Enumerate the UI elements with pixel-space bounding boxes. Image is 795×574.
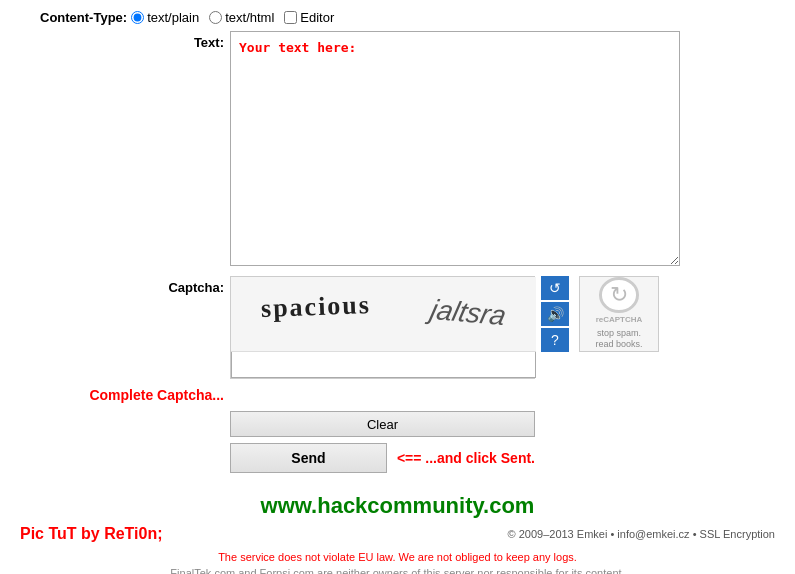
clear-button[interactable]: Clear [230,411,535,437]
complete-captcha-text: Complete Captcha... [40,387,230,403]
send-button[interactable]: Send [230,443,387,473]
help-icon: ? [551,332,559,348]
footer-section: www.hackcommunity.com [0,493,795,519]
captcha-word2: jaltsra [428,294,510,332]
editor-label: Editor [300,10,334,25]
radio-text-plain-label: text/plain [147,10,199,25]
recaptcha-logo: ↻ [599,277,639,313]
refresh-icon: ↺ [549,280,561,296]
captcha-row: Captcha: spacious jaltsra ↺ 🔊 ? [0,276,795,379]
copyright: © 2009–2013 Emkei • info@emkei.cz • SSL … [508,528,775,540]
main-container: Content-Type: text/plain text/html Edito… [0,0,795,574]
hack-url: www.hackcommunity.com [20,493,775,519]
pic-tut: Pic TuT by ReTi0n; [20,525,163,543]
captcha-audio-btn[interactable]: 🔊 [541,302,569,326]
captcha-refresh-btn[interactable]: ↺ [541,276,569,300]
recaptcha-arrow-icon: ↻ [610,282,628,308]
send-hint: <== ...and click Sent. [397,450,535,466]
captcha-input[interactable] [231,352,536,378]
text-input[interactable]: Your text here: [230,31,680,266]
recaptcha-badge: ↻ reCAPTCHA stop spam. read books. [579,276,659,352]
disclaimer-line2: FinalTek.com and Forpsi.com are neither … [0,567,795,574]
radio-text-plain-input[interactable] [131,11,144,24]
editor-checkbox-item[interactable]: Editor [284,10,334,25]
captcha-word1: spacious [261,290,372,324]
captcha-image: spacious jaltsra [231,277,536,352]
radio-text-html-label: text/html [225,10,274,25]
disclaimer-line1: The service does not violate EU law. We … [0,551,795,563]
captcha-content: spacious jaltsra ↺ 🔊 ? ↻ [230,276,659,379]
buttons-content: Clear Send <== ...and click Sent. [230,411,535,473]
buttons-row: Clear Send <== ...and click Sent. [0,411,795,473]
audio-icon: 🔊 [547,306,564,322]
captcha-box: spacious jaltsra [230,276,535,379]
send-row: Send <== ...and click Sent. [230,443,535,473]
radio-text-plain[interactable]: text/plain [131,10,199,25]
captcha-label: Captcha: [40,276,230,295]
content-type-label: Content-Type: [40,10,127,25]
content-type-row: Content-Type: text/plain text/html Edito… [0,10,795,25]
editor-checkbox[interactable] [284,11,297,24]
stop-spam-text: stop spam. read books. [595,328,642,351]
text-label: Text: [40,31,230,50]
captcha-help-btn[interactable]: ? [541,328,569,352]
recaptcha-label: reCAPTCHA [596,315,643,324]
captcha-side: ↺ 🔊 ? [541,276,569,352]
radio-group: text/plain text/html Editor [131,10,334,25]
text-area-wrapper: Text: Your text here: [0,31,795,266]
complete-captcha-row: Complete Captcha... [0,387,795,403]
radio-text-html-input[interactable] [209,11,222,24]
radio-text-html[interactable]: text/html [209,10,274,25]
footer-bottom: Pic TuT by ReTi0n; © 2009–2013 Emkei • i… [0,525,795,543]
